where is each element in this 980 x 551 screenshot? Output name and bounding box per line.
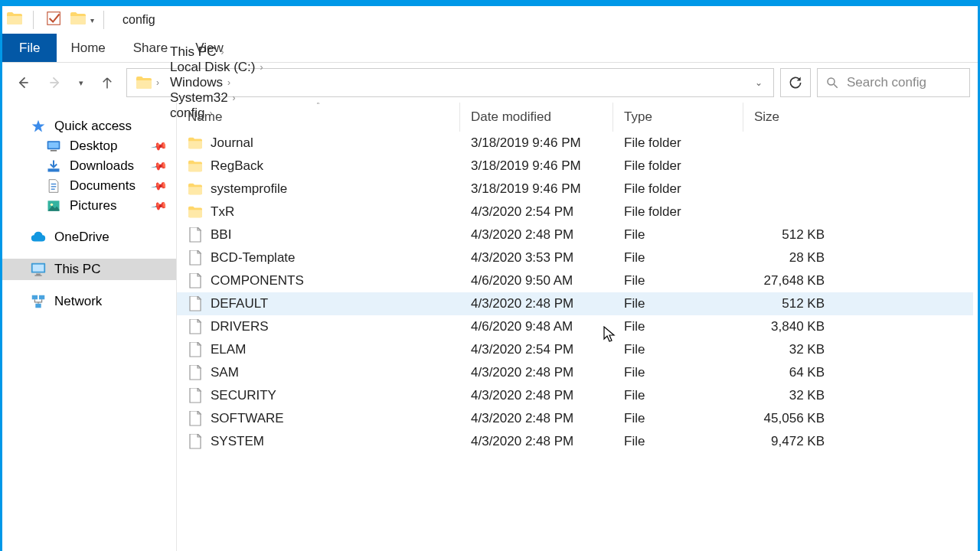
file-row[interactable]: SOFTWARE 4/3/2020 2:48 PM File 45,056 KB bbox=[177, 407, 973, 430]
file-date: 4/3/2020 2:48 PM bbox=[460, 411, 613, 426]
chevron-right-icon[interactable]: › bbox=[233, 93, 236, 103]
file-type: File bbox=[613, 296, 743, 311]
file-name: RegBack bbox=[211, 158, 263, 174]
file-icon bbox=[188, 296, 203, 311]
column-type[interactable]: Type bbox=[613, 103, 743, 132]
file-row[interactable]: DEFAULT 4/3/2020 2:48 PM File 512 KB bbox=[177, 292, 973, 315]
tab-file[interactable]: File bbox=[2, 34, 57, 62]
folder-row[interactable]: systemprofile 3/18/2019 9:46 PM File fol… bbox=[177, 178, 973, 201]
history-dropdown-icon[interactable]: ▾ bbox=[74, 78, 88, 88]
file-row[interactable]: BBI 4/3/2020 2:48 PM File 512 KB bbox=[177, 223, 973, 246]
file-row[interactable]: DRIVERS 4/6/2020 9:48 AM File 3,840 KB bbox=[177, 315, 973, 338]
folder-row[interactable]: RegBack 3/18/2019 9:46 PM File folder bbox=[177, 155, 973, 178]
folder-row[interactable]: TxR 4/3/2020 2:54 PM File folder bbox=[177, 201, 973, 223]
chevron-right-icon[interactable]: › bbox=[220, 47, 224, 57]
file-date: 4/6/2020 9:48 AM bbox=[460, 319, 613, 334]
sidebar-network[interactable]: Network bbox=[2, 291, 176, 312]
forward-button[interactable] bbox=[42, 70, 68, 96]
file-row[interactable]: BCD-Template 4/3/2020 3:53 PM File 28 KB bbox=[177, 246, 973, 269]
refresh-button[interactable] bbox=[780, 68, 811, 97]
file-icon bbox=[188, 273, 203, 289]
folder-row[interactable]: Journal 3/18/2019 9:46 PM File folder bbox=[177, 132, 973, 155]
folder-type-icon bbox=[45, 178, 62, 194]
file-name: systemprofile bbox=[211, 181, 287, 197]
breadcrumb-label: Windows bbox=[170, 75, 223, 90]
file-name: SAM bbox=[211, 365, 239, 380]
folder-icon bbox=[188, 158, 203, 174]
file-date: 4/3/2020 2:48 PM bbox=[460, 388, 613, 403]
sidebar-this-pc[interactable]: This PC bbox=[2, 259, 176, 280]
file-row[interactable]: SECURITY 4/3/2020 2:48 PM File 32 KB bbox=[177, 384, 973, 407]
file-name: SYSTEM bbox=[211, 434, 264, 449]
file-date: 4/6/2020 9:50 AM bbox=[460, 273, 613, 289]
file-date: 4/3/2020 3:53 PM bbox=[460, 250, 613, 266]
sidebar: Quick access Desktop 📌 Downloads 📌 Docum… bbox=[2, 103, 177, 551]
search-icon bbox=[825, 76, 839, 90]
qat-newfolder-icon[interactable] bbox=[70, 12, 86, 28]
folder-icon bbox=[188, 204, 203, 220]
addr-root-icon[interactable]: › bbox=[132, 69, 164, 96]
file-date: 4/3/2020 2:54 PM bbox=[460, 342, 613, 357]
file-size: 27,648 KB bbox=[743, 273, 835, 289]
sidebar-item[interactable]: Documents 📌 bbox=[2, 176, 176, 196]
tab-home[interactable]: Home bbox=[57, 34, 119, 62]
file-row[interactable]: ELAM 4/3/2020 2:54 PM File 32 KB bbox=[177, 338, 973, 361]
file-type: File bbox=[613, 365, 743, 380]
folder-type-icon bbox=[45, 139, 62, 154]
sidebar-quick-access[interactable]: Quick access bbox=[2, 116, 176, 136]
file-name: SOFTWARE bbox=[211, 411, 284, 426]
nav-row: ▾ › This PC›Local Disk (C:)›Windows›Syst… bbox=[2, 63, 978, 103]
file-type: File folder bbox=[613, 181, 743, 197]
file-date: 4/3/2020 2:48 PM bbox=[460, 296, 613, 311]
address-dropdown-icon[interactable]: ⌄ bbox=[749, 77, 769, 88]
qat-dropdown-icon[interactable]: ▾ bbox=[90, 16, 94, 24]
sidebar-label: Quick access bbox=[54, 119, 132, 134]
file-row[interactable]: SAM 4/3/2020 2:48 PM File 64 KB bbox=[177, 361, 973, 384]
file-size: 45,056 KB bbox=[743, 411, 835, 426]
file-type: File bbox=[613, 411, 743, 426]
file-type: File bbox=[613, 434, 743, 449]
file-type: File bbox=[613, 250, 743, 266]
ribbon: File Home Share View bbox=[2, 34, 978, 63]
file-row[interactable]: SYSTEM 4/3/2020 2:48 PM File 9,472 KB bbox=[177, 430, 973, 453]
chevron-right-icon[interactable]: › bbox=[260, 62, 263, 73]
file-date: 3/18/2019 9:46 PM bbox=[460, 181, 613, 197]
breadcrumb[interactable]: Local Disk (C:)› bbox=[165, 60, 267, 75]
sidebar-item[interactable]: Desktop 📌 bbox=[2, 136, 176, 156]
breadcrumb[interactable]: This PC› bbox=[165, 44, 267, 60]
address-bar[interactable]: › This PC›Local Disk (C:)›Windows›System… bbox=[126, 68, 774, 97]
breadcrumb[interactable]: Windows› bbox=[165, 75, 267, 90]
sidebar-onedrive[interactable]: OneDrive bbox=[2, 227, 176, 248]
file-date: 3/18/2019 9:46 PM bbox=[460, 158, 613, 174]
up-button[interactable] bbox=[94, 70, 120, 96]
sidebar-item[interactable]: Pictures 📌 bbox=[2, 196, 176, 216]
file-name: SECURITY bbox=[211, 388, 276, 403]
column-size[interactable]: Size bbox=[743, 103, 835, 132]
column-headers: ˄ Name Date modified Type Size bbox=[177, 103, 973, 132]
file-type: File bbox=[613, 342, 743, 357]
sidebar-label: Network bbox=[54, 294, 102, 309]
chevron-right-icon[interactable]: › bbox=[227, 77, 230, 88]
file-size: 28 KB bbox=[743, 250, 835, 266]
file-icon bbox=[188, 411, 203, 426]
qat-properties-icon[interactable] bbox=[46, 10, 63, 30]
folder-icon bbox=[188, 135, 203, 151]
file-icon bbox=[188, 319, 203, 334]
file-icon bbox=[188, 388, 203, 403]
back-button[interactable] bbox=[10, 70, 36, 96]
sidebar-item[interactable]: Downloads 📌 bbox=[2, 156, 176, 176]
search-box[interactable]: Search config bbox=[817, 68, 970, 97]
star-icon bbox=[30, 119, 47, 134]
column-date[interactable]: Date modified bbox=[460, 103, 613, 132]
folder-icon bbox=[188, 181, 203, 197]
file-size: 3,840 KB bbox=[743, 319, 835, 334]
column-name[interactable]: ˄ Name bbox=[177, 103, 460, 132]
file-row[interactable]: COMPONENTS 4/6/2020 9:50 AM File 27,648 … bbox=[177, 269, 973, 292]
file-type: File bbox=[613, 319, 743, 334]
sort-asc-icon: ˄ bbox=[316, 103, 320, 109]
file-type: File bbox=[613, 388, 743, 403]
chevron-right-icon[interactable]: › bbox=[156, 77, 159, 88]
file-name: Journal bbox=[211, 135, 253, 151]
file-size: 512 KB bbox=[743, 296, 835, 311]
network-icon bbox=[30, 293, 47, 310]
